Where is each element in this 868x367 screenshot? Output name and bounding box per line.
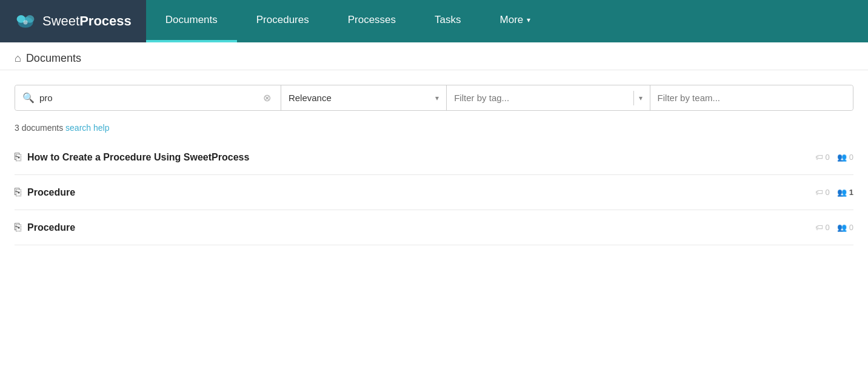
svg-point-3	[23, 20, 27, 24]
search-input[interactable]	[39, 85, 261, 110]
search-help-link[interactable]: search help	[65, 123, 109, 133]
page-header: ⌂ Documents	[0, 42, 868, 70]
nav-procedures[interactable]: Procedures	[237, 0, 329, 42]
tag-icon-1: 🏷	[815, 153, 823, 162]
tag-icon-2: 🏷	[815, 188, 823, 197]
filter-team-wrap	[650, 85, 853, 110]
doc-title-3[interactable]: Procedure	[27, 222, 75, 233]
doc-left-3: ⎘ Procedure	[15, 221, 75, 234]
tag-chevron-icon: ▾	[639, 94, 643, 102]
doc-left-1: ⎘ How to Create a Procedure Using SweetP…	[15, 151, 249, 164]
nav-documents[interactable]: Documents	[146, 0, 237, 42]
clear-icon: ⊗	[263, 93, 271, 103]
main-nav: Documents Procedures Processes Tasks Mor…	[146, 0, 868, 42]
filter-team-input[interactable]	[658, 85, 846, 110]
logo-area: SweetProcess	[0, 0, 146, 42]
table-row: ⎘ Procedure 🏷 0 👥 0	[15, 210, 853, 245]
sort-select[interactable]: Relevance Title Date Created Date Modifi…	[289, 85, 435, 110]
document-icon: ⎘	[15, 221, 21, 234]
more-chevron-icon: ▾	[527, 16, 530, 24]
team-count-3: 👥 0	[837, 223, 853, 232]
doc-title-2[interactable]: Procedure	[27, 187, 75, 198]
header: SweetProcess Documents Procedures Proces…	[0, 0, 868, 42]
tag-icon-3: 🏷	[815, 223, 823, 232]
tag-count-2: 🏷 0	[815, 188, 830, 197]
document-icon: ⎘	[15, 151, 21, 164]
filter-tag-input[interactable]	[454, 85, 628, 110]
search-section: 🔍 ⊗ Relevance Title Date Created Date Mo…	[0, 70, 868, 118]
team-icon-1: 👥	[837, 153, 847, 162]
doc-title-1[interactable]: How to Create a Procedure Using SweetPro…	[27, 152, 249, 163]
filter-row: 🔍 ⊗ Relevance Title Date Created Date Mo…	[15, 85, 853, 111]
filter-tag-wrap: ▾	[447, 85, 650, 110]
results-info: 3 documents search help	[0, 118, 868, 140]
nav-tasks[interactable]: Tasks	[415, 0, 480, 42]
doc-right-1: 🏷 0 👥 0	[815, 153, 853, 162]
page-title: Documents	[26, 52, 81, 65]
doc-right-2: 🏷 0 👥 1	[815, 188, 853, 197]
team-icon-2: 👥	[837, 188, 847, 197]
table-row: ⎘ Procedure 🏷 0 👥 1	[15, 175, 853, 210]
tag-divider	[633, 91, 634, 105]
sort-select-wrap: Relevance Title Date Created Date Modifi…	[281, 85, 447, 110]
nav-processes[interactable]: Processes	[329, 0, 415, 42]
logo-text: SweetProcess	[42, 13, 132, 29]
search-box: 🔍 ⊗	[15, 85, 281, 110]
tag-count-1: 🏷 0	[815, 153, 830, 162]
table-row: ⎘ How to Create a Procedure Using SweetP…	[15, 140, 853, 175]
doc-left-2: ⎘ Procedure	[15, 186, 75, 199]
logo-icon	[15, 10, 36, 32]
doc-right-3: 🏷 0 👥 0	[815, 223, 853, 232]
nav-more[interactable]: More ▾	[481, 0, 550, 42]
document-icon: ⎘	[15, 186, 21, 199]
tag-count-3: 🏷 0	[815, 223, 830, 232]
team-count-2: 👥 1	[837, 188, 853, 197]
document-list: ⎘ How to Create a Procedure Using SweetP…	[0, 140, 868, 245]
team-count-1: 👥 0	[837, 153, 853, 162]
search-icon: 🔍	[22, 92, 35, 104]
team-icon-3: 👥	[837, 223, 847, 232]
sort-chevron-icon: ▾	[435, 94, 439, 102]
clear-search-button[interactable]: ⊗	[261, 90, 273, 106]
home-icon: ⌂	[15, 52, 21, 65]
